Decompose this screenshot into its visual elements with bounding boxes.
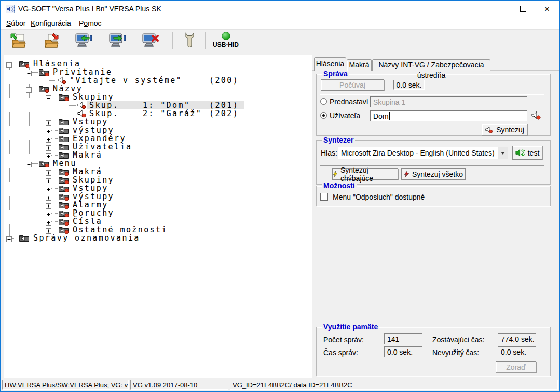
- close-button[interactable]: ×: [535, 1, 559, 17]
- tab-hlasenia[interactable]: Hlásenia: [314, 57, 346, 71]
- tree-item-label[interactable]: Alarmy: [73, 201, 108, 209]
- tree-item[interactable]: "Vitajte v systéme"(200): [4, 76, 311, 85]
- odposluch-checkbox[interactable]: [320, 193, 328, 201]
- tree-item-label[interactable]: Ostatné možnosti: [73, 226, 168, 234]
- radio-user[interactable]: [320, 112, 327, 119]
- tree-expand-toggle[interactable]: [46, 210, 51, 216]
- tree-item-label[interactable]: Názvy: [53, 85, 83, 93]
- read-from-device-button[interactable]: [74, 32, 93, 50]
- tree-item-label[interactable]: Poruchy: [73, 209, 114, 217]
- tree-item-label[interactable]: výstupy: [73, 193, 114, 201]
- tree-connector-line: [69, 105, 76, 106]
- tab-nazvy-intvg[interactable]: Názvy INT-VG / Zabezpečovacia ústredňa: [372, 59, 490, 71]
- test-voice-button[interactable]: test: [512, 146, 542, 160]
- tree-item-label[interactable]: Správy oznamovania: [33, 234, 140, 242]
- tab-makra[interactable]: Makrá: [347, 59, 372, 71]
- settings-button[interactable]: [180, 32, 199, 50]
- tree-expand-toggle[interactable]: [46, 193, 51, 199]
- tree-item[interactable]: Vstupy: [4, 118, 311, 126]
- load-file-button[interactable]: [9, 32, 28, 50]
- tree-item[interactable]: Privítanie: [4, 68, 311, 76]
- status-vg-id: VG_ID=21F4BB2C/ data ID=21F4BB2C: [230, 380, 558, 390]
- tree-expand-toggle[interactable]: [46, 227, 51, 232]
- menu-subor[interactable]: Súbor: [3, 18, 29, 29]
- tree-item-label[interactable]: Užívatelia: [73, 143, 132, 151]
- voice-combobox[interactable]: Microsoft Zira Desktop - English (United…: [338, 147, 508, 159]
- tree-item[interactable]: Makrá: [4, 151, 311, 159]
- tree-connector-line: [51, 213, 58, 214]
- tree-expand-toggle[interactable]: [46, 185, 51, 191]
- tree-item[interactable]: Expandéry: [4, 134, 311, 143]
- tree-collapse-toggle[interactable]: [26, 86, 32, 91]
- disconnect-device-button[interactable]: [141, 32, 160, 50]
- synthesize-missing-button[interactable]: Syntezuj chýbajúce: [332, 168, 398, 180]
- listen-button: Počúvaj: [321, 79, 384, 91]
- tree-item-label[interactable]: Expandéry: [73, 135, 126, 143]
- tree-expand-toggle[interactable]: [46, 144, 51, 149]
- tree-item-label[interactable]: Privítanie: [53, 68, 112, 76]
- combo-dropdown-button[interactable]: [498, 147, 508, 159]
- tree-expand-toggle[interactable]: [46, 127, 51, 133]
- write-to-device-button[interactable]: [108, 32, 127, 50]
- tree-item-label[interactable]: Skup. 2: "Garáž": [89, 110, 202, 118]
- tree-connector-line: [49, 80, 56, 81]
- tree-item-label[interactable]: Menu: [53, 160, 77, 167]
- tree-collapse-toggle[interactable]: [26, 69, 32, 75]
- radio-preset[interactable]: [320, 98, 327, 105]
- tree-item-label[interactable]: Skupiny: [73, 176, 114, 184]
- tree-item-label[interactable]: Makrá: [73, 151, 102, 159]
- tree-item[interactable]: Skupiny: [4, 176, 311, 184]
- tree-item[interactable]: Menu: [4, 159, 311, 167]
- tree-item[interactable]: Správy oznamovania: [4, 234, 311, 242]
- tree-item-label[interactable]: "Vitajte v systéme": [70, 77, 182, 85]
- tree-item[interactable]: Čísla: [4, 217, 311, 226]
- tree-item-label[interactable]: Skup. 1: "Dom": [89, 102, 190, 109]
- user-message-input[interactable]: Dom: [370, 110, 527, 121]
- minimize-button[interactable]: [487, 1, 511, 17]
- radio-user-label[interactable]: Užívateľa: [330, 111, 360, 120]
- tree-item-label[interactable]: Skupiny: [73, 93, 114, 101]
- tree-item[interactable]: Užívatelia: [4, 143, 311, 151]
- tree-connector-line: [51, 130, 58, 131]
- tree-expand-toggle[interactable]: [46, 152, 51, 158]
- tree-item[interactable]: Názvy: [4, 85, 311, 93]
- menu-konfiguracia[interactable]: Konfigurácia: [28, 18, 74, 29]
- tree-expand-toggle[interactable]: [46, 119, 51, 124]
- tree-item[interactable]: Poruchy: [4, 209, 311, 217]
- maximize-button[interactable]: [511, 1, 535, 17]
- radio-preset-label[interactable]: Prednastaví: [330, 97, 368, 106]
- tree-collapse-toggle[interactable]: [26, 160, 32, 166]
- tree-item[interactable]: Skup. 2: "Garáž"(202): [4, 109, 311, 118]
- tree-expand-toggle[interactable]: [46, 135, 51, 141]
- synthesize-all-button[interactable]: Syntezuj všetko: [401, 168, 466, 180]
- tree-item-label[interactable]: Hlásenia: [33, 60, 80, 68]
- menu-pomoc[interactable]: Pomoc: [76, 18, 105, 29]
- tree-expand-toggle[interactable]: [46, 218, 51, 224]
- tree-item-number: (200): [209, 77, 239, 85]
- tree-collapse-toggle[interactable]: [46, 94, 51, 100]
- tree-expand-toggle[interactable]: [46, 169, 51, 174]
- save-file-button[interactable]: [42, 32, 61, 50]
- odposluch-checkbox-label[interactable]: Menu "Odposluch" dostupné: [333, 193, 425, 201]
- tree-expand-toggle[interactable]: [46, 202, 51, 207]
- tree-item-label[interactable]: Čísla: [73, 218, 102, 226]
- tree-item[interactable]: Skup. 1: "Dom"(201): [4, 101, 311, 109]
- tree-item[interactable]: výstupy: [4, 192, 311, 201]
- tree-expand-toggle[interactable]: [6, 235, 12, 241]
- group-syntezer-title: Syntezer: [322, 136, 355, 144]
- tree-item[interactable]: výstupy: [4, 126, 311, 134]
- tree-item[interactable]: Vstupy: [4, 184, 311, 192]
- tree-item-label[interactable]: Makrá: [73, 168, 102, 176]
- tree-item-label[interactable]: Vstupy: [73, 118, 108, 126]
- synthesize-button[interactable]: Syntezuj: [482, 124, 527, 135]
- tree-collapse-toggle[interactable]: [6, 61, 12, 66]
- tree-item[interactable]: Makrá: [4, 167, 311, 176]
- tree-item[interactable]: Skupiny: [4, 93, 311, 101]
- tree-item-label[interactable]: výstupy: [73, 127, 114, 134]
- tree-item-label[interactable]: Vstupy: [73, 185, 108, 192]
- tree-expand-toggle[interactable]: [46, 177, 51, 183]
- tree-item[interactable]: Hlásenia: [4, 60, 311, 68]
- tree-item[interactable]: Ostatné možnosti: [4, 226, 311, 234]
- tree-item[interactable]: Alarmy: [4, 201, 311, 209]
- play-message-speaker-icon[interactable]: [531, 111, 542, 122]
